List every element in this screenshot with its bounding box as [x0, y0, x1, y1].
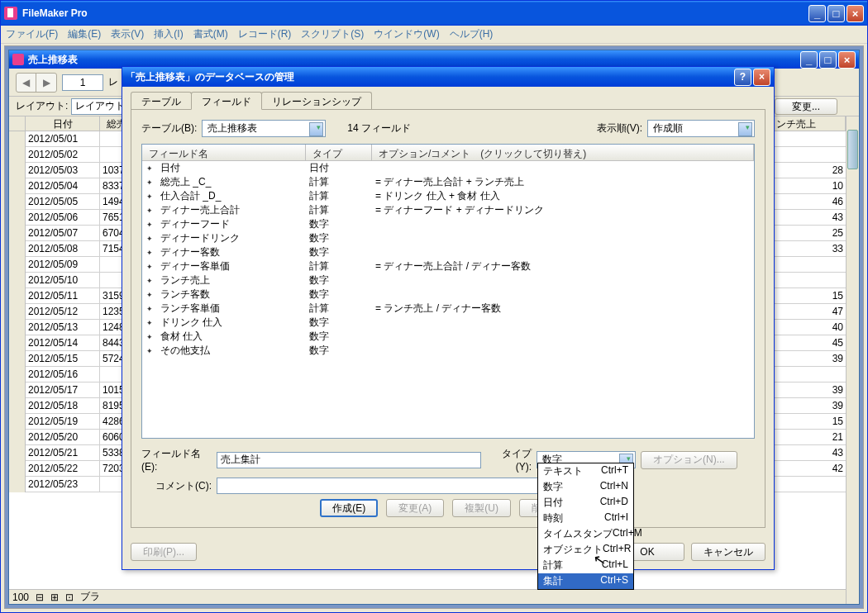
- options-button[interactable]: オプション(N)...: [641, 451, 737, 469]
- header-options[interactable]: オプション/コメント (クリックして切り替え): [372, 145, 754, 160]
- scrollbar-thumb[interactable]: [847, 130, 858, 169]
- menu-item[interactable]: ヘルプ(H): [450, 27, 494, 41]
- dialog-titlebar[interactable]: 「売上推移表」のデータベースの管理 ? ×: [122, 67, 774, 87]
- field-row[interactable]: ✦ランチ売上数字: [142, 273, 754, 287]
- doc-maximize-button[interactable]: □: [819, 51, 837, 69]
- zoom-in-icon[interactable]: ⊡: [65, 592, 74, 603]
- row-header[interactable]: [9, 194, 26, 210]
- print-button[interactable]: 印刷(P)...: [131, 543, 197, 561]
- dropdown-item[interactable]: タイムスタンプCtrl+M: [538, 526, 633, 542]
- row-header[interactable]: [9, 147, 26, 163]
- field-row[interactable]: ✦その他支払数字: [142, 344, 754, 358]
- field-row[interactable]: ✦日付日付: [142, 161, 754, 175]
- field-row[interactable]: ✦総売上 _C_計算= ディナー売上合計 + ランチ売上: [142, 175, 754, 189]
- menu-item[interactable]: 書式(M): [193, 27, 228, 41]
- cell-date[interactable]: 2012/05/05: [26, 194, 100, 210]
- header-type[interactable]: タイプ: [306, 145, 372, 160]
- row-header[interactable]: [9, 131, 26, 147]
- prev-record-button[interactable]: ◀: [17, 74, 36, 92]
- row-header[interactable]: [9, 477, 26, 492]
- col-date[interactable]: 日付: [26, 116, 100, 131]
- row-header[interactable]: [9, 430, 26, 445]
- dialog-close-button[interactable]: ×: [753, 69, 770, 86]
- app-titlebar[interactable]: FileMaker Pro _ □ ×: [1, 1, 867, 26]
- row-header[interactable]: [9, 210, 26, 226]
- tab-2[interactable]: リレーションシップ: [261, 92, 372, 110]
- cell-date[interactable]: 2012/05/02: [26, 147, 100, 163]
- row-header[interactable]: [9, 178, 26, 194]
- cell-date[interactable]: 2012/05/17: [26, 383, 100, 398]
- cell-date[interactable]: 2012/05/09: [26, 257, 100, 273]
- vertical-scrollbar[interactable]: [846, 116, 859, 604]
- doc-minimize-button[interactable]: _: [800, 51, 818, 69]
- cell-date[interactable]: 2012/05/22: [26, 461, 100, 477]
- field-row[interactable]: ✦ディナー客単価計算= ディナー売上合計 / ディナー客数: [142, 259, 754, 273]
- type-dropdown[interactable]: テキストCtrl+T数字Ctrl+N日付Ctrl+D時刻Ctrl+Iタイムスタン…: [537, 463, 634, 590]
- dropdown-item[interactable]: オブジェクトCtrl+R: [538, 542, 633, 558]
- close-button[interactable]: ×: [847, 5, 864, 22]
- row-header[interactable]: [9, 383, 26, 398]
- change-button[interactable]: 変更...: [775, 98, 837, 115]
- minimize-button[interactable]: _: [808, 5, 826, 22]
- dropdown-item[interactable]: 日付Ctrl+D: [538, 495, 633, 511]
- dropdown-item[interactable]: 集計Ctrl+S: [538, 573, 633, 589]
- cell-date[interactable]: 2012/05/21: [26, 445, 100, 461]
- menu-item[interactable]: 挿入(I): [154, 27, 183, 41]
- create-button[interactable]: 作成(E): [320, 499, 378, 517]
- row-header[interactable]: [9, 461, 26, 477]
- zoom-fit-icon[interactable]: ⊞: [50, 592, 59, 603]
- sort-select[interactable]: 作成順: [647, 120, 755, 137]
- field-row[interactable]: ✦仕入合計 _D_計算= ドリンク 仕入 + 食材 仕入: [142, 189, 754, 203]
- row-header[interactable]: [9, 414, 26, 430]
- row-header[interactable]: [9, 445, 26, 461]
- cell-date[interactable]: 2012/05/23: [26, 477, 100, 492]
- next-record-button[interactable]: ▶: [36, 74, 56, 92]
- cell-date[interactable]: 2012/05/01: [26, 131, 100, 147]
- cell-date[interactable]: 2012/05/06: [26, 210, 100, 226]
- menu-item[interactable]: レコード(R): [238, 27, 292, 41]
- menu-item[interactable]: スクリプト(S): [301, 27, 364, 41]
- row-header[interactable]: [9, 320, 26, 335]
- row-header[interactable]: [9, 351, 26, 367]
- menu-item[interactable]: ファイル(F): [6, 27, 58, 41]
- change-field-button[interactable]: 変更(A): [386, 499, 444, 517]
- cell-date[interactable]: 2012/05/13: [26, 320, 100, 335]
- tab-0[interactable]: テーブル: [131, 92, 192, 110]
- row-header[interactable]: [9, 163, 26, 178]
- dropdown-item[interactable]: 数字Ctrl+N: [538, 479, 633, 495]
- tab-1[interactable]: フィールド: [191, 92, 262, 110]
- cancel-button[interactable]: キャンセル: [691, 543, 765, 561]
- field-row[interactable]: ✦ディナーフード数字: [142, 217, 754, 231]
- field-row[interactable]: ✦ディナー客数数字: [142, 245, 754, 259]
- cell-date[interactable]: 2012/05/10: [26, 273, 100, 288]
- row-header[interactable]: [9, 241, 26, 257]
- table-select[interactable]: 売上推移表: [202, 120, 326, 137]
- cell-date[interactable]: 2012/05/11: [26, 288, 100, 304]
- dropdown-item[interactable]: テキストCtrl+T: [538, 463, 633, 479]
- row-header[interactable]: [9, 335, 26, 351]
- field-row[interactable]: ✦ディナー売上合計計算= ディナーフード + ディナードリンク: [142, 203, 754, 217]
- dropdown-item[interactable]: 時刻Ctrl+I: [538, 511, 633, 526]
- doc-close-button[interactable]: ×: [838, 51, 856, 69]
- field-row[interactable]: ✦ディナードリンク数字: [142, 231, 754, 245]
- help-button[interactable]: ?: [734, 69, 751, 86]
- field-row[interactable]: ✦ランチ客数数字: [142, 287, 754, 302]
- row-header[interactable]: [9, 304, 26, 320]
- field-row[interactable]: ✦ランチ客単価計算= ランチ売上 / ディナー客数: [142, 302, 754, 316]
- row-header[interactable]: [9, 257, 26, 273]
- menu-item[interactable]: 表示(V): [111, 27, 144, 41]
- row-header[interactable]: [9, 398, 26, 414]
- field-row[interactable]: ✦食材 仕入数字: [142, 330, 754, 344]
- cell-date[interactable]: 2012/05/04: [26, 178, 100, 194]
- cell-date[interactable]: 2012/05/18: [26, 398, 100, 414]
- cell-date[interactable]: 2012/05/08: [26, 241, 100, 257]
- fieldname-input[interactable]: [217, 452, 481, 468]
- dropdown-item[interactable]: 計算Ctrl+L: [538, 558, 633, 573]
- menu-item[interactable]: ウインドウ(W): [374, 27, 439, 41]
- row-header[interactable]: [9, 367, 26, 383]
- cell-date[interactable]: 2012/05/03: [26, 163, 100, 178]
- row-header[interactable]: [9, 273, 26, 288]
- menu-item[interactable]: 編集(E): [68, 27, 101, 41]
- cell-date[interactable]: 2012/05/15: [26, 351, 100, 367]
- cell-date[interactable]: 2012/05/12: [26, 304, 100, 320]
